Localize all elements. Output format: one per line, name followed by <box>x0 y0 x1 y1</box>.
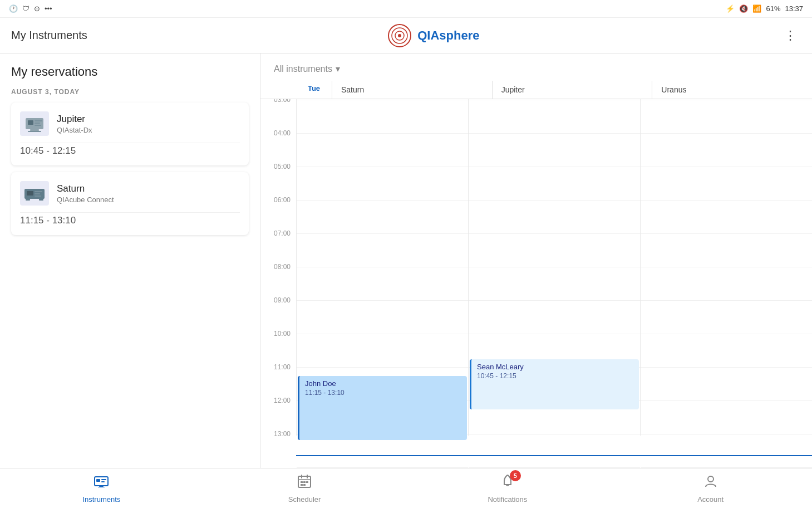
time-slot-label: 03:00 <box>274 99 291 104</box>
calendar-area: Tue Saturn Jupiter Uranus 02:0003:0004:0… <box>260 81 812 468</box>
grid-line <box>641 167 812 201</box>
time-slot-label: 11:00 <box>274 363 291 371</box>
nav-scheduler[interactable]: Scheduler <box>277 469 332 508</box>
grid-line <box>469 301 640 334</box>
time-slot-label: 13:00 <box>274 430 291 438</box>
svg-rect-21 <box>101 481 105 482</box>
grid-column-uranus <box>640 99 812 436</box>
date-label: AUGUST 3, TODAY <box>11 88 249 96</box>
account-label: Account <box>697 495 724 504</box>
grid-area: John Doe11:15 - 13:10 Sean McLeary10:45 … <box>296 99 812 436</box>
grid-line <box>641 301 812 334</box>
time-slot: 04:00 <box>260 134 296 167</box>
svg-rect-30 <box>306 481 308 483</box>
app-logo: QIAsphere <box>387 23 479 48</box>
jupiter-instrument-icon <box>20 111 49 136</box>
svg-rect-31 <box>301 484 303 486</box>
notifications-label: Notifications <box>488 495 527 504</box>
main-content: My reservations AUGUST 3, TODAY <box>0 53 812 468</box>
saturn-instrument-icon <box>20 181 49 206</box>
time-slot: 11:00 <box>260 368 296 401</box>
nav-notifications[interactable]: 5 Notifications <box>480 469 535 508</box>
saturn-time: 11:15 - 13:10 <box>20 212 240 226</box>
time-slot: 08:00 <box>260 267 296 301</box>
reservation-block-b2[interactable]: Sean McLeary10:45 - 12:15 <box>470 359 639 409</box>
nav-instruments[interactable]: Instruments <box>73 469 129 508</box>
current-time-line <box>296 455 812 456</box>
reservations-title: My reservations <box>11 65 249 79</box>
grid-line <box>641 201 812 234</box>
jupiter-info: Jupiter QIAstat-Dx <box>57 114 92 134</box>
grid-line <box>641 334 812 368</box>
reservation-card-saturn[interactable]: Saturn QIAcube Connect 11:15 - 13:10 <box>11 172 249 235</box>
wifi-icon: 📶 <box>752 4 761 13</box>
grid-line <box>469 167 640 201</box>
time-slot-label: 04:00 <box>274 129 291 137</box>
grid-line <box>297 134 468 167</box>
reservation-card-jupiter[interactable]: Jupiter QIAstat-Dx 10:45 - 12:15 <box>11 102 249 165</box>
instruments-label: Instruments <box>82 495 120 504</box>
bell-icon: 5 <box>500 473 515 493</box>
grid-column-saturn: John Doe11:15 - 13:10 <box>296 99 468 436</box>
grid-line <box>469 234 640 267</box>
col-saturn: Saturn <box>332 81 492 99</box>
more-dots[interactable]: ••• <box>45 4 52 13</box>
svg-rect-22 <box>99 486 104 487</box>
grid-line <box>641 234 812 267</box>
svg-rect-16 <box>26 199 30 201</box>
nav-account[interactable]: Account <box>683 469 739 508</box>
grid-line <box>469 134 640 167</box>
reservation-card-top-saturn: Saturn QIAcube Connect <box>20 181 240 206</box>
jupiter-type: QIAstat-Dx <box>57 126 92 134</box>
svg-point-3 <box>398 34 401 37</box>
filter-chevron-icon: ▾ <box>336 63 340 74</box>
time-slot: 06:00 <box>260 201 296 234</box>
instruments-icon <box>93 473 109 493</box>
menu-button[interactable]: ⋮ <box>780 26 801 45</box>
jupiter-name: Jupiter <box>57 114 92 125</box>
block-name: Sean McLeary <box>477 363 633 371</box>
time-slot-label: 09:00 <box>274 296 291 304</box>
page-title: My Instruments <box>11 29 87 42</box>
svg-point-34 <box>708 476 713 482</box>
svg-rect-20 <box>101 479 106 480</box>
day-label: Tue <box>296 81 332 99</box>
grid-line <box>641 368 812 401</box>
person-icon <box>703 473 719 493</box>
time-slot-label: 07:00 <box>274 229 291 237</box>
grid-line <box>641 434 812 468</box>
saturn-name: Saturn <box>57 183 114 194</box>
grid-line <box>297 334 468 368</box>
saturn-type: QIAcube Connect <box>57 196 114 204</box>
svg-rect-29 <box>303 481 306 483</box>
grid-line <box>297 167 468 201</box>
grid-line <box>469 201 640 234</box>
clock-icon: 🕐 <box>9 4 18 13</box>
grid-column-jupiter: Sean McLeary10:45 - 12:15 <box>468 99 640 436</box>
right-panel: All instruments ▾ Tue Saturn Jupiter Ura… <box>260 53 812 468</box>
schedule-filter[interactable]: All instruments ▾ <box>274 63 340 74</box>
col-uranus: Uranus <box>652 81 812 99</box>
battery-percent: 61% <box>766 4 780 13</box>
time-slot-label: 06:00 <box>274 196 291 204</box>
grid-line <box>641 100 812 134</box>
grid-line <box>469 434 640 468</box>
grid-line <box>641 267 812 301</box>
time-slot: 07:00 <box>260 234 296 267</box>
svg-rect-14 <box>35 193 40 194</box>
time-slot: 05:00 <box>260 167 296 201</box>
block-name: John Doe <box>305 379 461 388</box>
svg-rect-23 <box>98 487 105 487</box>
left-panel: My reservations AUGUST 3, TODAY <box>0 53 260 468</box>
circle-icon: ⊙ <box>34 4 40 13</box>
time-slot-label: 08:00 <box>274 263 291 271</box>
svg-rect-9 <box>30 129 39 131</box>
time-slot-label: 05:00 <box>274 163 291 170</box>
bottom-nav: Instruments Scheduler 5 <box>0 468 812 508</box>
app-name: QIAsphere <box>417 28 479 43</box>
reservation-block-b1[interactable]: John Doe11:15 - 13:10 <box>298 376 467 440</box>
svg-rect-8 <box>35 125 41 126</box>
svg-rect-10 <box>28 131 41 132</box>
saturn-info: Saturn QIAcube Connect <box>57 183 114 204</box>
status-bar: 🕐 🛡 ⊙ ••• ⚡ 🔇 📶 61% 13:37 <box>0 0 812 18</box>
